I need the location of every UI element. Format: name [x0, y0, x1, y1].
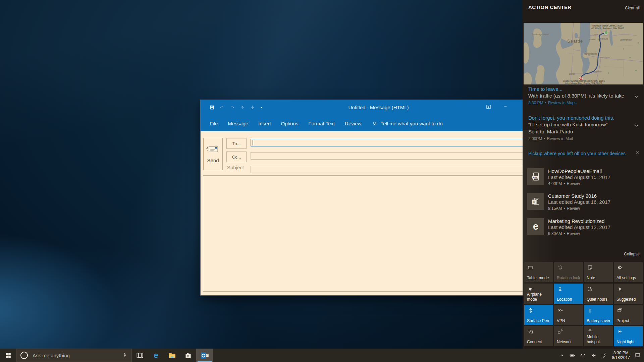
- start-button[interactable]: [0, 349, 16, 362]
- quick-action-label: VPN: [557, 318, 582, 323]
- quick-action-all-settings[interactable]: All settings: [614, 262, 643, 282]
- popout-button[interactable]: [486, 104, 491, 110]
- wifi-icon: [580, 352, 586, 358]
- tab-file[interactable]: File: [205, 116, 223, 131]
- action-center-panel: ACTION CENTER Clear all: [523, 0, 644, 349]
- svg-text:P: P: [533, 200, 535, 204]
- quick-action-label: Tablet mode: [527, 276, 552, 281]
- notification[interactable]: Time to leave...With traffic (as of 8:30…: [528, 86, 641, 106]
- sun-outline-icon: [617, 286, 623, 292]
- notification[interactable]: Don't forget, you mentioned doing this.“…: [528, 115, 641, 142]
- tab-review[interactable]: Review: [340, 116, 366, 131]
- tab-message[interactable]: Message: [223, 116, 253, 131]
- chevron-up-icon[interactable]: [559, 353, 565, 358]
- quick-action-rotation-lock[interactable]: Rotation lock: [554, 262, 583, 282]
- quick-action-label: Surface Pen: [527, 318, 552, 323]
- dot-separator: •: [562, 206, 567, 211]
- quick-action-battery-saver[interactable]: Battery saver: [584, 305, 613, 325]
- cc-button[interactable]: Cc...: [226, 152, 247, 162]
- microphone-icon[interactable]: [122, 352, 127, 358]
- document-icon-tile: e: [527, 218, 544, 235]
- quick-action-network[interactable]: Network: [554, 326, 583, 346]
- quick-action-quiet-hours[interactable]: Quiet hours: [584, 284, 613, 304]
- wifi-icon[interactable]: [580, 352, 586, 358]
- minimize-button[interactable]: [503, 104, 508, 109]
- location-icon: [557, 286, 563, 292]
- store-app[interactable]: [180, 349, 196, 362]
- document-item[interactable]: PDFHowDoPeopleUseEmailLast edited August…: [527, 168, 641, 187]
- collapse-button[interactable]: Collapse: [624, 252, 640, 256]
- quick-action-vpn[interactable]: VPN: [554, 305, 583, 325]
- battery-icon[interactable]: [569, 352, 575, 358]
- quick-action-label: Location: [557, 297, 582, 302]
- task-view-button[interactable]: [132, 349, 148, 362]
- chevron-down-icon[interactable]: [634, 123, 639, 128]
- quick-action-night-light[interactable]: Night light: [614, 326, 643, 346]
- vpn-icon: [557, 307, 563, 313]
- action-center-icon[interactable]: [635, 352, 641, 358]
- action-center-title: ACTION CENTER: [528, 4, 572, 10]
- message-body[interactable]: [203, 175, 554, 292]
- document-title: HowDoPeopleUseEmail: [548, 168, 610, 174]
- notification-action-link[interactable]: Review in Mail: [547, 136, 573, 141]
- chevron-down-icon[interactable]: [634, 94, 639, 100]
- quick-action-label: Note: [587, 276, 612, 281]
- quick-action-connect[interactable]: Connect: [524, 326, 553, 346]
- document-action-link[interactable]: Review: [567, 181, 580, 186]
- document-item[interactable]: eMarketing RevolutionizedLast edited Aug…: [527, 218, 641, 237]
- connect-icon: [527, 328, 533, 335]
- close-icon[interactable]: [635, 150, 640, 155]
- send-envelope-icon: [206, 145, 220, 154]
- tab-format-text[interactable]: Format Text: [303, 116, 340, 131]
- document-icon-tile: P: [527, 193, 544, 210]
- taskbar-clock[interactable]: 8:30 PM 8/18/2017: [612, 351, 630, 360]
- svg-text:PDF: PDF: [533, 176, 537, 178]
- quick-action-surface-pen[interactable]: Surface Pen: [524, 305, 553, 325]
- airplane-icon: [527, 286, 533, 292]
- project-icon: [617, 307, 623, 313]
- quick-action-location[interactable]: Location: [554, 284, 583, 304]
- document-item[interactable]: PCustomer Study 2016Last edited August 1…: [527, 193, 641, 212]
- document-title: Customer Study 2016: [548, 193, 610, 199]
- document-time: 8:15AM: [548, 206, 562, 211]
- pickup-section-header: Pickup where you left off on your other …: [528, 150, 641, 157]
- edge-app[interactable]: e: [148, 349, 164, 362]
- send-button[interactable]: Send: [203, 138, 223, 170]
- connect-icon: [527, 328, 533, 335]
- cc-input[interactable]: [251, 152, 548, 160]
- subject-input[interactable]: [251, 166, 548, 173]
- document-action-link[interactable]: Review: [567, 206, 580, 211]
- quick-action-mobile-hotspot[interactable]: Mobile hotspot: [584, 326, 613, 346]
- tab-options[interactable]: Options: [276, 116, 304, 131]
- search-input[interactable]: Ask me anything: [16, 349, 132, 362]
- battery-vertical-icon: [587, 307, 593, 313]
- document-time: 9:30AM: [548, 231, 562, 236]
- quick-action-project[interactable]: Project: [614, 305, 643, 325]
- to-button[interactable]: To...: [226, 138, 247, 149]
- document-text: Customer Study 2016Last edited August 16…: [548, 193, 610, 212]
- night-light-icon: [617, 328, 623, 335]
- file-explorer-app[interactable]: [164, 349, 180, 362]
- volume-icon[interactable]: [591, 352, 597, 358]
- folder-icon: [168, 351, 176, 360]
- subject-label: Subject: [227, 165, 244, 170]
- tell-me-box[interactable]: Tell me what you want to do: [372, 121, 442, 127]
- quick-action-suggested[interactable]: Suggested: [614, 284, 643, 304]
- pen-icon[interactable]: [601, 352, 607, 358]
- notification-action-link[interactable]: Review in Maps: [548, 101, 577, 105]
- clear-all-button[interactable]: Clear all: [625, 6, 640, 10]
- rotation-lock-icon: [557, 264, 563, 270]
- tab-insert[interactable]: Insert: [253, 116, 276, 131]
- document-action-link[interactable]: Review: [567, 231, 580, 236]
- notification-detail: Sent to: Mark Pardo: [528, 128, 633, 135]
- to-input[interactable]: [251, 139, 548, 146]
- edge-icon: e: [151, 351, 161, 360]
- notification-time: 2:00PM: [528, 136, 542, 141]
- document-time: 4:00PM: [548, 181, 562, 186]
- maps-notification-image[interactable]: SeattleBellevueClyde HillMedinaMercer Is…: [524, 23, 643, 84]
- quick-action-airplane-mode[interactable]: Airplane mode: [524, 284, 553, 304]
- text-cursor: [253, 140, 253, 145]
- quick-action-note[interactable]: Note: [584, 262, 613, 282]
- quick-action-tablet-mode[interactable]: Tablet mode: [524, 262, 553, 282]
- outlook-app[interactable]: [196, 349, 213, 362]
